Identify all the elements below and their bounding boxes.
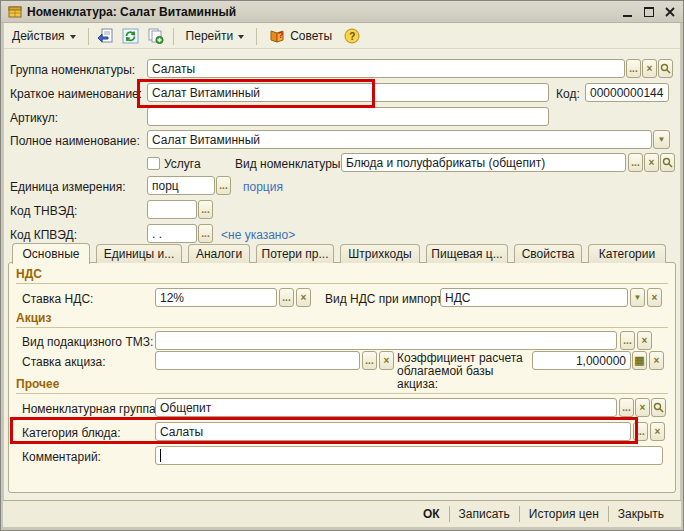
tab-properties[interactable]: Свойства — [514, 244, 582, 263]
close-button[interactable]: Закрыть — [609, 504, 673, 524]
tnved-label: Код ТНВЭД: — [10, 204, 77, 218]
write-button[interactable]: Записать — [450, 504, 519, 524]
kpved-field[interactable]: . . — [147, 224, 197, 243]
tab-categories[interactable]: Категории — [588, 244, 666, 263]
vat-import-label: Вид НДС при импорте: — [325, 292, 452, 306]
tab-barcodes[interactable]: Штрихкоды — [340, 244, 420, 263]
service-checkbox[interactable] — [147, 157, 160, 170]
dish-category-label: Категория блюда: — [22, 426, 121, 440]
vat-import-dropdown-button[interactable]: ▼ — [630, 288, 645, 307]
full-name-field[interactable]: Салат Витаминный — [147, 130, 652, 149]
tab-analogs[interactable]: Аналоги — [188, 244, 250, 263]
nomen-group-clear-button[interactable]: × — [635, 398, 650, 417]
tips-label: Советы — [290, 29, 332, 43]
search-icon — [660, 63, 671, 74]
dish-category-select-button[interactable]: ... — [633, 422, 648, 441]
excise-kind-field[interactable] — [155, 331, 617, 350]
price-history-button[interactable]: История цен — [520, 504, 608, 524]
group-clear-button[interactable]: × — [642, 59, 657, 78]
toolbar-separator — [88, 28, 89, 45]
help-button[interactable]: ? — [341, 26, 363, 47]
tab-losses[interactable]: Потери пр... — [256, 244, 334, 263]
excise-coef-clear-button[interactable]: × — [649, 351, 664, 370]
tips-button[interactable]: ? Советы — [263, 25, 338, 47]
toolbar-separator — [256, 28, 257, 45]
minimize-icon[interactable] — [622, 6, 634, 18]
tnved-field[interactable] — [147, 200, 197, 219]
excise-rate-field[interactable] — [155, 351, 360, 370]
copy-button[interactable] — [145, 26, 167, 47]
actions-menu-button[interactable]: Действия — [6, 26, 82, 46]
code-label: Код: — [556, 87, 580, 101]
excise-kind-select-button[interactable]: ... — [620, 331, 635, 350]
section-excise: Акциз — [16, 311, 668, 328]
kpved-select-button[interactable]: ... — [198, 224, 213, 243]
window-title: Номенклатура: Салат Витаминный — [27, 5, 617, 19]
excise-kind-label: Вид подакцизного ТМЗ: — [22, 335, 153, 349]
toolbar: Действия — [4, 24, 680, 49]
kind-clear-button[interactable]: × — [644, 153, 659, 172]
reread-icon — [97, 28, 114, 44]
tnved-select-button[interactable]: ... — [198, 200, 213, 219]
nomen-group-field[interactable]: Общепит — [155, 398, 617, 417]
group-select-button[interactable]: ... — [626, 59, 641, 78]
excise-rate-clear-button[interactable]: × — [379, 351, 394, 370]
vat-rate-select-button[interactable]: ... — [279, 288, 294, 307]
text-cursor — [160, 449, 161, 462]
tab-main[interactable]: Основные — [12, 243, 90, 264]
close-icon[interactable] — [664, 6, 676, 18]
excise-rate-select-button[interactable]: ... — [362, 351, 377, 370]
refresh-button[interactable] — [120, 26, 142, 47]
vat-rate-label: Ставка НДС: — [22, 292, 93, 306]
short-name-field[interactable]: Салат Витаминный — [147, 83, 549, 102]
maximize-icon[interactable] — [643, 6, 655, 18]
kpved-link[interactable]: <не указано> — [221, 228, 295, 242]
actions-menu-label: Действия — [12, 29, 65, 43]
kind-open-button[interactable] — [660, 153, 675, 172]
go-menu-button[interactable]: Перейти — [180, 26, 251, 46]
code-field[interactable]: 00000000144 — [585, 83, 669, 102]
excise-kind-clear-button[interactable]: × — [637, 331, 652, 350]
comment-label: Комментарий: — [22, 450, 101, 464]
section-other: Прочее — [16, 377, 668, 394]
service-label: Услуга — [164, 157, 201, 171]
excise-coef-field[interactable]: 1,000000 — [532, 351, 631, 370]
group-field[interactable]: Салаты — [147, 59, 625, 78]
search-icon — [653, 402, 664, 413]
nomen-group-open-button[interactable] — [651, 398, 666, 417]
kind-field[interactable]: Блюда и полуфабрикаты (общепит) — [341, 153, 626, 172]
article-label: Артикул: — [10, 111, 58, 125]
excise-coef-calculator-button[interactable]: ▦ — [632, 351, 647, 370]
unit-field[interactable]: порц — [147, 176, 215, 195]
nomen-group-label: Номенклатурная группа: — [22, 402, 159, 416]
tab-units[interactable]: Единицы и... — [96, 244, 182, 263]
vat-rate-field[interactable]: 12% — [155, 288, 277, 307]
reread-button[interactable] — [95, 26, 117, 47]
group-label: Группа номенклатуры: — [10, 63, 135, 77]
unit-select-button[interactable]: ... — [216, 176, 231, 195]
calculator-icon: ▦ — [634, 355, 644, 366]
unit-label: Единица измерения: — [10, 180, 126, 194]
unit-link[interactable]: порция — [243, 180, 283, 194]
toolbar-separator — [173, 28, 174, 45]
kpved-label: Код КПВЭД: — [10, 228, 77, 242]
article-field[interactable] — [147, 107, 549, 126]
help-icon: ? — [344, 28, 360, 44]
nomen-group-select-button[interactable]: ... — [619, 398, 634, 417]
vat-import-field[interactable]: НДС — [440, 288, 628, 307]
vat-import-clear-button[interactable]: × — [647, 288, 662, 307]
dish-category-field[interactable]: Салаты — [155, 422, 631, 441]
full-name-label: Полное наименование: — [10, 134, 140, 148]
kind-select-button[interactable]: ... — [628, 153, 643, 172]
full-name-dropdown-button[interactable]: ▼ — [653, 130, 670, 149]
nomenclature-window: Номенклатура: Салат Витаминный Действия — [0, 0, 684, 531]
group-open-button[interactable] — [658, 59, 673, 78]
ok-button[interactable]: ОК — [414, 504, 449, 524]
vat-rate-clear-button[interactable]: × — [296, 288, 311, 307]
comment-field[interactable] — [155, 446, 663, 465]
footer-bar: ОК Записать История цен Закрыть — [3, 500, 681, 527]
tab-nutrition[interactable]: Пищевая ц... — [426, 244, 508, 263]
refresh-icon — [122, 28, 139, 44]
dish-category-clear-button[interactable]: × — [650, 422, 665, 441]
search-icon — [662, 157, 673, 168]
